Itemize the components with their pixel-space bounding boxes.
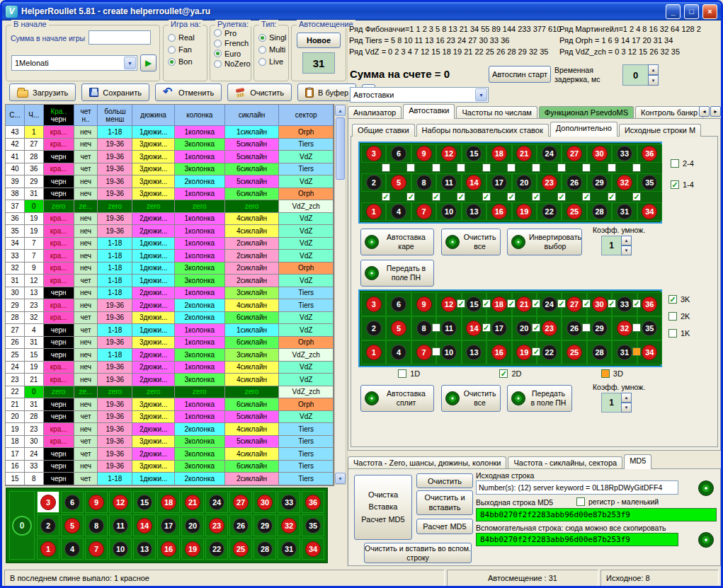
radio-type-singl[interactable]: Singl [258,33,284,42]
board-number-cell-32[interactable]: 32 [278,514,300,536]
main-tab-частоты-по-числам[interactable]: Частоты по числам [456,106,537,119]
board-number-cell-33[interactable]: 33 [278,491,300,513]
number-cell-18[interactable]: 18 [486,144,511,163]
transfer-split-button[interactable]: Передать в поле ПН [507,385,572,412]
autostake-kare-button[interactable]: Автоставка каре [360,229,434,255]
bet-checkbox[interactable] [532,347,540,356]
number-cell-4[interactable]: 4 [386,340,411,364]
number-cell-13[interactable]: 13 [462,340,486,364]
md5-source-wheel-button[interactable] [697,479,715,497]
bet-checkbox[interactable] [532,323,540,332]
bet-checkbox[interactable] [482,323,491,332]
board-number-cell-17[interactable]: 17 [157,514,180,536]
bet-checkbox[interactable] [507,299,516,308]
board-number-cell-10[interactable]: 10 [109,538,132,560]
number-cell-28[interactable]: 28 [587,202,612,221]
scroll-down-button[interactable] [335,473,346,484]
radio-game-bon[interactable]: Bon [168,57,203,66]
bet-checkbox[interactable] [668,329,677,338]
table-row[interactable]: 1923кра...неч19-362дюжи...2колонка4сикла… [6,423,334,436]
board-number-cell-11[interactable]: 11 [109,514,132,536]
number-cell-20[interactable]: 20 [512,173,537,192]
board-number-cell-1[interactable]: 1 [37,538,59,560]
number-cell-17[interactable]: 17 [486,173,511,192]
bet-checkbox[interactable] [406,192,415,201]
number-cell-7[interactable]: 7 [411,202,436,221]
bet-checkbox[interactable] [432,192,440,201]
dozen-check-2d[interactable]: 2D [499,369,521,378]
number-cell-31[interactable]: 31 [612,202,637,221]
bet-checkbox[interactable] [432,347,440,356]
table-row[interactable]: 2923кра...неч19-362дюжи...2колонка4сикла… [6,299,334,312]
board-number-cell-13[interactable]: 13 [133,538,156,560]
number-cell-33[interactable]: 33 [612,144,637,163]
number-cell-25[interactable]: 25 [562,340,586,364]
bet-checkbox[interactable] [557,163,566,172]
number-cell-9[interactable]: 9 [411,144,436,163]
number-cell-6[interactable]: 6 [386,144,411,163]
table-row[interactable]: 274чернчет1-181дюжи...1колонка1сиклайнVd… [6,324,334,337]
number-cell-22[interactable]: 22 [537,202,562,221]
table-row[interactable]: 3831черннеч19-363дюжи...1колонка6сиклайн… [6,188,334,201]
bet-checkbox[interactable] [432,163,440,172]
bet-checkbox[interactable] [507,163,516,172]
invert-selection-button[interactable]: Инвертировать выбор [507,229,582,255]
radio-type-live[interactable]: Live [258,57,284,66]
bet-checkbox[interactable] [557,192,566,201]
table-row[interactable]: 2515черннеч1-182дюжи...3колонка3сиклайнV… [6,349,334,362]
transfer-kare-button[interactable]: Передать в поле ПН [360,260,434,287]
bet-checkbox[interactable] [668,312,677,321]
koeff-kare-spinner[interactable]: 1 [601,236,632,255]
table-row[interactable]: 220zeroze...zerozerozerozeroVdZ_zch [6,386,334,399]
board-number-cell-31[interactable]: 31 [278,538,300,560]
bet-checkbox[interactable] [457,299,465,308]
clear-all-kare-button[interactable]: Очистить все [441,229,501,255]
toolbar-button-отменить[interactable]: Отменить [155,83,222,101]
number-cell-15[interactable]: 15 [462,144,486,163]
bet-checkbox[interactable] [601,369,610,378]
bet-checkbox[interactable] [582,323,591,332]
column-check-2k[interactable]: 2K [668,312,690,321]
number-cell-25[interactable]: 25 [562,202,586,221]
table-row[interactable]: 2631черннеч19-363дюжи...1колонка6сиклайн… [6,337,334,350]
number-cell-23[interactable]: 23 [537,173,562,192]
number-cell-3[interactable]: 3 [361,144,386,163]
number-cell-14[interactable]: 14 [462,173,486,192]
scroll-up-button[interactable] [335,105,346,116]
table-row[interactable]: 1724чернчет19-362дюжи...3колонка4сиклайн… [6,448,334,461]
number-cell-34[interactable]: 34 [637,202,662,221]
dozen-check-3d[interactable]: 3D [601,369,623,378]
scrollbar-track[interactable] [335,116,346,473]
board-number-cell-22[interactable]: 22 [205,538,228,560]
board-number-cell-3[interactable]: 3 [37,491,59,513]
table-row[interactable]: 158чернчет1-181дюжи...2колонка2сиклайнTi… [6,473,334,485]
range-check-1-4[interactable]: 1-4 [671,180,694,189]
number-cell-5[interactable]: 5 [386,316,411,340]
board-number-cell-15[interactable]: 15 [133,491,156,513]
bottom-tab-частота-сиклайны-сектора[interactable]: Частота - сиклайны, сектора [508,456,622,469]
board-number-cell-19[interactable]: 19 [181,538,204,560]
table-row[interactable]: 3519кра...неч19-362дюжи...1колонка4сикла… [6,225,334,238]
maximize-button[interactable]: □ [684,4,699,19]
bet-checkbox[interactable] [557,299,566,308]
board-number-cell-7[interactable]: 7 [85,538,108,560]
board-number-cell-4[interactable]: 4 [61,538,84,560]
bet-checkbox[interactable] [671,159,679,168]
table-row[interactable]: 1830кра...чет19-363дюжи...3колонка5сикла… [6,436,334,449]
clear-all-split-button[interactable]: Очистить все [441,385,501,412]
table-row[interactable]: 347кра...неч1-181дюжи...1колонка2сиклайн… [6,238,334,250]
bet-checkbox[interactable] [457,192,465,201]
bet-checkbox[interactable] [432,323,440,332]
range-check-2-4[interactable]: 2-4 [671,159,694,168]
board-number-cell-29[interactable]: 29 [254,514,276,536]
sub-tab-исходные-строки-м[interactable]: Исходные строки М [619,124,701,137]
number-cell-19[interactable]: 19 [512,202,537,221]
bet-checkbox[interactable] [382,163,390,172]
board-number-cell-28[interactable]: 28 [254,538,276,560]
md5-big-button[interactable]: Очистка Вставка Расчет MD5 [354,475,412,540]
radio-type-multi[interactable]: Multi [258,45,284,54]
column-check-1k[interactable]: 1K [668,329,690,338]
dropdown-arrow-icon[interactable] [124,57,136,69]
board-number-cell-34[interactable]: 34 [302,538,324,560]
table-scrollbar[interactable] [334,104,346,485]
